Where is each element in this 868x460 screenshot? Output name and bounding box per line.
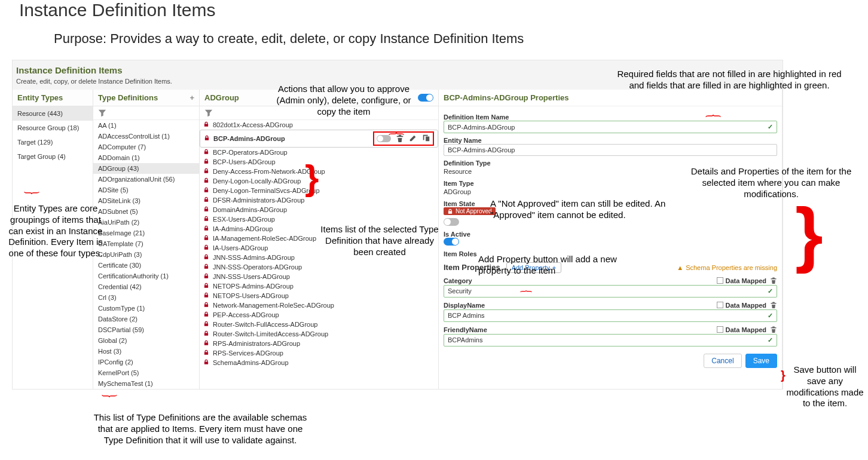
instance-item-row[interactable]: Deny-Logon-TerminalSvcs-ADGroup: [200, 186, 438, 195]
instance-item-row[interactable]: Deny-Access-From-Network-ADGroup: [200, 167, 438, 176]
type-definition-item[interactable]: CertificationAuthority (1): [93, 271, 199, 281]
definition-item-name-label: Definition Item Name: [444, 114, 777, 121]
data-mapped-label: Data Mapped: [726, 277, 766, 284]
instance-item-label: BCP-Operators-ADGroup: [213, 149, 435, 156]
instance-item-row[interactable]: BCP-Users-ADGroup: [200, 157, 438, 167]
type-definition-item[interactable]: ADSubnet (5): [93, 206, 199, 217]
lock-icon: [203, 302, 209, 309]
lock-icon: [204, 135, 210, 142]
property-name: FriendlyName: [444, 326, 487, 333]
property-value-field[interactable]: BCPAdmins✓: [444, 334, 777, 346]
lock-icon: [203, 187, 209, 194]
type-definition-item[interactable]: DSCPartial (59): [93, 324, 199, 335]
lock-icon: [203, 244, 209, 252]
instance-item-row[interactable]: JNN-SSS-Operators-ADGroup: [200, 262, 438, 272]
data-mapped-toggle[interactable]: Data Mapped: [717, 277, 766, 284]
type-definition-item[interactable]: ADSiteLink (3): [93, 195, 199, 206]
schema-warning-text: Schema Properties are missing: [686, 264, 777, 271]
instance-item-row[interactable]: BCP-Operators-ADGroup: [200, 148, 438, 157]
lock-icon: [203, 330, 209, 338]
entity-type-item[interactable]: Target (129): [13, 135, 93, 149]
delete-property-icon[interactable]: [770, 301, 777, 309]
save-button[interactable]: Save: [745, 354, 777, 368]
type-definition-item[interactable]: CATemplate (7): [93, 238, 199, 249]
type-definitions-list: AA (1)ADAccessControlList (1)ADComputer …: [93, 120, 199, 389]
lock-icon: [203, 206, 209, 213]
type-definition-item[interactable]: ADSite (5): [93, 185, 199, 195]
entity-name-field[interactable]: BCP-Admins-ADGroup: [444, 144, 777, 156]
delete-property-icon[interactable]: [770, 326, 777, 334]
type-definition-item[interactable]: AiaUriPath (2): [93, 217, 199, 228]
copy-icon[interactable]: [422, 134, 430, 143]
is-active-toggle[interactable]: [444, 238, 459, 246]
type-definition-item[interactable]: CdpUriPath (3): [93, 249, 199, 260]
type-definition-item[interactable]: ADComputer (7): [93, 142, 199, 152]
type-definition-item[interactable]: Crl (3): [93, 292, 199, 303]
lock-icon: [203, 216, 209, 223]
definition-item-name-field[interactable]: BCP-Admins-ADGroup ✓: [444, 121, 777, 133]
cancel-button[interactable]: Cancel: [704, 354, 741, 368]
item-property: DisplayNameData MappedBCP Admins✓: [444, 301, 777, 322]
instance-item-row[interactable]: PEP-Access-ADGroup: [200, 310, 438, 320]
data-mapped-toggle[interactable]: Data Mapped: [717, 326, 766, 333]
instance-item-row[interactable]: DomainAdmins-ADGroup: [200, 205, 438, 214]
instance-item-row[interactable]: Network-Management-RoleSec-ADGroup: [200, 300, 438, 310]
property-value-field[interactable]: Security✓: [444, 285, 777, 298]
property-value-field[interactable]: BCP Admins✓: [444, 309, 777, 322]
lock-icon: [203, 263, 209, 271]
warning-icon: ▲: [677, 264, 683, 271]
instance-item-row[interactable]: RPS-Administrators-ADGroup: [200, 339, 438, 348]
instance-item-row[interactable]: ESX-Users-ADGroup: [200, 214, 438, 224]
lock-icon: [203, 321, 209, 328]
lock-icon: [203, 273, 209, 280]
type-definition-item[interactable]: Credential (42): [93, 281, 199, 292]
type-definition-item[interactable]: Certificate (30): [93, 260, 199, 271]
type-definition-item[interactable]: ADAccessControlList (1): [93, 131, 199, 142]
filter-icon: [204, 109, 213, 117]
lock-icon: [447, 208, 453, 214]
entity-type-item[interactable]: Resource (443): [13, 106, 93, 121]
type-definition-item[interactable]: Global (2): [93, 335, 199, 346]
type-definition-item[interactable]: CustomType (1): [93, 303, 199, 314]
delete-property-icon[interactable]: [770, 277, 777, 285]
type-definition-item[interactable]: DataStore (2): [93, 314, 199, 324]
lock-icon: [203, 121, 209, 128]
instance-item-label: BCP-Admins-ADGroup: [213, 135, 373, 142]
item-state-toggle[interactable]: [444, 218, 459, 226]
instance-item-row[interactable]: Router-Switch-FullAccess-ADGroup: [200, 320, 438, 329]
instance-item-label: NETOPS-Admins-ADGroup: [213, 283, 435, 290]
entity-type-item[interactable]: Target Group (4): [13, 149, 93, 164]
instance-item-label: NETOPS-Users-ADGroup: [213, 292, 435, 299]
instance-item-row[interactable]: NETOPS-Users-ADGroup: [200, 291, 438, 300]
type-definition-item[interactable]: IPConfig (2): [93, 357, 199, 367]
lock-icon: [203, 349, 209, 357]
not-approved-text: Not Approved: [456, 208, 492, 214]
instance-item-row[interactable]: Router-Switch-LimitedAccess-ADGroup: [200, 329, 438, 339]
type-definition-item[interactable]: KernelPort (5): [93, 367, 199, 378]
instance-item-row[interactable]: DFSR-Administrators-ADGroup: [200, 195, 438, 205]
type-definitions-filter[interactable]: [93, 106, 199, 120]
type-definition-item[interactable]: AA (1): [93, 120, 199, 131]
type-definitions-panel: Type Definitions + AA (1)ADAccessControl…: [93, 90, 200, 389]
anno-add-property: Add Property button will add a new prope…: [478, 254, 634, 277]
edit-icon[interactable]: [409, 134, 417, 143]
data-mapped-toggle[interactable]: Data Mapped: [717, 302, 766, 309]
type-definitions-header-label: Type Definitions: [98, 93, 158, 102]
instance-item-row[interactable]: RPS-Services-ADGroup: [200, 348, 438, 358]
type-definition-item[interactable]: ADDomain (1): [93, 152, 199, 163]
type-definition-item[interactable]: ADOrganizationalUnit (56): [93, 174, 199, 185]
type-definition-item[interactable]: ADGroup (43): [93, 163, 199, 174]
type-definition-item[interactable]: BaseImage (21): [93, 228, 199, 238]
checkbox-icon: [717, 302, 723, 308]
instance-item-row[interactable]: NETOPS-Admins-ADGroup: [200, 281, 438, 291]
instance-item-row[interactable]: SchemaAdmins-ADGroup: [200, 358, 438, 367]
instance-item-row[interactable]: Deny-Logon-Locally-ADGroup: [200, 176, 438, 186]
type-definition-item[interactable]: MySchemaTest (1): [93, 378, 199, 389]
type-definition-item[interactable]: Host (3): [93, 346, 199, 357]
item-property: FriendlyNameData MappedBCPAdmins✓: [444, 326, 777, 346]
data-mapped-label: Data Mapped: [726, 302, 766, 309]
add-type-definition-button[interactable]: +: [190, 93, 194, 102]
instance-item-row[interactable]: JNN-SSS-Users-ADGroup: [200, 272, 438, 281]
entity-type-item[interactable]: Resource Group (18): [13, 121, 93, 135]
lock-icon: [203, 359, 209, 366]
